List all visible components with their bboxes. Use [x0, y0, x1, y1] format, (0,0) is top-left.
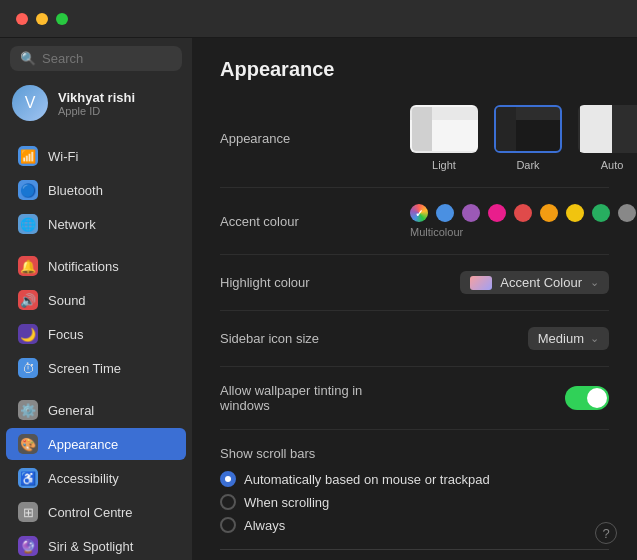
sidebar-label-screentime: Screen Time: [48, 361, 121, 376]
sidebar-item-notifications[interactable]: 🔔 Notifications: [6, 250, 186, 282]
scroll-auto-radio[interactable]: [220, 471, 236, 487]
general-icon: ⚙️: [18, 400, 38, 420]
user-apple-id: Apple ID: [58, 105, 135, 117]
sidebar-label-siri: Siri & Spotlight: [48, 539, 133, 554]
scroll-scrolling-radio[interactable]: [220, 494, 236, 510]
highlight-dropdown[interactable]: Accent Colour ⌄: [460, 271, 609, 294]
wallpaper-tinting-label: Allow wallpaper tinting in windows: [220, 383, 410, 413]
scroll-always-radio[interactable]: [220, 517, 236, 533]
sidebar-item-control[interactable]: ⊞ Control Centre: [6, 496, 186, 528]
user-info: Vikhyat rishi Apple ID: [58, 90, 135, 117]
accent-graphite[interactable]: [618, 204, 636, 222]
sidebar-item-accessibility[interactable]: ♿ Accessibility: [6, 462, 186, 494]
wallpaper-tinting-control: [410, 386, 609, 410]
appearance-label-dark: Dark: [516, 159, 539, 171]
sound-icon: 🔊: [18, 290, 38, 310]
appearance-thumb-light: [410, 105, 478, 153]
accent-purple[interactable]: [462, 204, 480, 222]
sidebar-label-network: Network: [48, 217, 96, 232]
sidebar-label-notifications: Notifications: [48, 259, 119, 274]
sidebar-item-wifi[interactable]: 📶 Wi-Fi: [6, 140, 186, 172]
close-button[interactable]: [16, 13, 28, 25]
minimize-button[interactable]: [36, 13, 48, 25]
sidebar-size-control: Medium ⌄: [410, 327, 609, 350]
accessibility-icon: ♿: [18, 468, 38, 488]
notifications-icon: 🔔: [18, 256, 38, 276]
wifi-icon: 📶: [18, 146, 38, 166]
accent-multicolour[interactable]: [410, 204, 428, 222]
sidebar-item-network[interactable]: 🌐 Network: [6, 208, 186, 240]
accent-red[interactable]: [514, 204, 532, 222]
appearance-thumb-dark: [494, 105, 562, 153]
sidebar-label-sound: Sound: [48, 293, 86, 308]
network-icon: 🌐: [18, 214, 38, 234]
search-input[interactable]: [42, 51, 172, 66]
chevron-down-icon: ⌄: [590, 276, 599, 289]
highlight-colour-label: Highlight colour: [220, 275, 410, 290]
help-label: ?: [602, 526, 609, 541]
siri-icon: 🔮: [18, 536, 38, 556]
wallpaper-tinting-row: Allow wallpaper tinting in windows: [220, 383, 609, 430]
highlight-colour-row: Highlight colour Accent Colour ⌄: [220, 271, 609, 311]
scroll-bars-title: Show scroll bars: [220, 446, 609, 461]
accent-colour-control: Multicolour: [410, 204, 636, 238]
control-icon: ⊞: [18, 502, 38, 522]
bluetooth-icon: 🔵: [18, 180, 38, 200]
appearance-option-dark[interactable]: Dark: [494, 105, 562, 171]
user-name: Vikhyat rishi: [58, 90, 135, 105]
maximize-button[interactable]: [56, 13, 68, 25]
appearance-icon: 🎨: [18, 434, 38, 454]
appearance-option-auto[interactable]: Auto: [578, 105, 637, 171]
accent-yellow[interactable]: [566, 204, 584, 222]
titlebar: [0, 0, 637, 38]
scroll-always-label: Always: [244, 518, 285, 533]
scroll-auto-option[interactable]: Automatically based on mouse or trackpad: [220, 471, 609, 487]
appearance-option-light[interactable]: Light: [410, 105, 478, 171]
appearance-row: Appearance Light Dark Auto: [220, 105, 609, 188]
accent-orange[interactable]: [540, 204, 558, 222]
sidebar-item-screentime[interactable]: ⏱ Screen Time: [6, 352, 186, 384]
appearance-label-auto: Auto: [601, 159, 624, 171]
sidebar-item-focus[interactable]: 🌙 Focus: [6, 318, 186, 350]
scroll-scrolling-label: When scrolling: [244, 495, 329, 510]
scroll-auto-label: Automatically based on mouse or trackpad: [244, 472, 490, 487]
sidebar-label-accessibility: Accessibility: [48, 471, 119, 486]
toggle-knob: [587, 388, 607, 408]
sidebar-size-label: Sidebar icon size: [220, 331, 410, 346]
user-profile[interactable]: V Vikhyat rishi Apple ID: [0, 79, 192, 131]
sidebar-item-general[interactable]: ⚙️ General: [6, 394, 186, 426]
appearance-label-light: Light: [432, 159, 456, 171]
sidebar-item-siri[interactable]: 🔮 Siri & Spotlight: [6, 530, 186, 560]
accent-colour-row: Accent colour Multicolour: [220, 204, 609, 255]
accent-green[interactable]: [592, 204, 610, 222]
appearance-options: Light Dark Auto: [410, 105, 637, 171]
sidebar-label-general: General: [48, 403, 94, 418]
highlight-swatch: [470, 276, 492, 290]
accent-pink[interactable]: [488, 204, 506, 222]
search-bar[interactable]: 🔍: [10, 46, 182, 71]
accent-blue[interactable]: [436, 204, 454, 222]
sidebar-size-dropdown[interactable]: Medium ⌄: [528, 327, 609, 350]
sidebar-item-appearance[interactable]: 🎨 Appearance: [6, 428, 186, 460]
multicolour-label: Multicolour: [410, 226, 463, 238]
wallpaper-tinting-toggle[interactable]: [565, 386, 609, 410]
sidebar-item-sound[interactable]: 🔊 Sound: [6, 284, 186, 316]
page-title: Appearance: [220, 58, 609, 81]
accent-colour-label: Accent colour: [220, 214, 410, 229]
appearance-thumb-auto: [578, 105, 637, 153]
section-divider: [220, 549, 609, 550]
scroll-always-option[interactable]: Always: [220, 517, 609, 533]
sidebar-item-bluetooth[interactable]: 🔵 Bluetooth: [6, 174, 186, 206]
sidebar-label-appearance: Appearance: [48, 437, 118, 452]
focus-icon: 🌙: [18, 324, 38, 344]
search-icon: 🔍: [20, 51, 36, 66]
highlight-colour-control: Accent Colour ⌄: [410, 271, 609, 294]
sidebar-size-value: Medium: [538, 331, 584, 346]
sidebar-label-wifi: Wi-Fi: [48, 149, 78, 164]
help-button[interactable]: ?: [595, 522, 617, 544]
main-content: Appearance Appearance Light Dark Auto: [192, 38, 637, 560]
scroll-scrolling-option[interactable]: When scrolling: [220, 494, 609, 510]
sidebar-label-bluetooth: Bluetooth: [48, 183, 103, 198]
highlight-value: Accent Colour: [500, 275, 582, 290]
appearance-row-label: Appearance: [220, 131, 410, 146]
